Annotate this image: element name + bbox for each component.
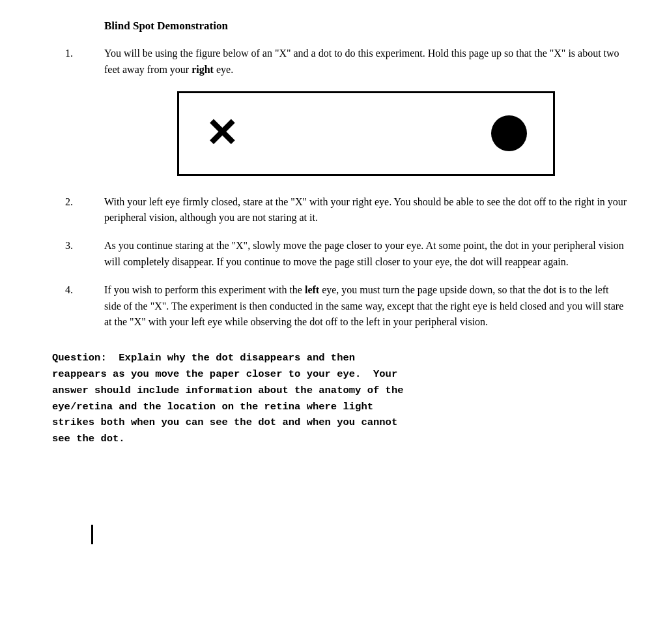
instructions-list: 1. You will be using the figure below of… — [52, 46, 628, 330]
x-mark: ✕ — [205, 114, 238, 153]
instruction-item-1: 1. You will be using the figure below of… — [52, 46, 628, 78]
instruction-item-2: 2. With your left eye firmly closed, sta… — [52, 194, 628, 227]
item-number-1: 1. — [52, 46, 104, 78]
instruction-item-4: 4. If you wish to perform this experimen… — [52, 282, 628, 330]
item-text-3: As you continue staring at the "X", slow… — [104, 238, 628, 271]
item-number-3: 3. — [52, 238, 104, 271]
page-title: Blind Spot Demonstration — [104, 20, 628, 33]
figure-item: ✕ — [52, 91, 628, 176]
instruction-item-3: 3. As you continue staring at the "X", s… — [52, 238, 628, 271]
item-text-2: With your left eye firmly closed, stare … — [104, 194, 628, 227]
item-text-4: If you wish to perform this experiment w… — [104, 282, 628, 330]
figure-container: ✕ — [104, 91, 628, 176]
left-bar-mark — [91, 525, 93, 544]
item-text-1: You will be using the figure below of an… — [104, 46, 628, 78]
question-text: Question: Explain why the dot disappears… — [52, 350, 628, 447]
item-number-2: 2. — [52, 194, 104, 227]
figure-box: ✕ — [177, 91, 555, 176]
question-section: Question: Explain why the dot disappears… — [52, 350, 628, 447]
item-number-4: 4. — [52, 282, 104, 330]
dot-mark — [491, 115, 527, 151]
